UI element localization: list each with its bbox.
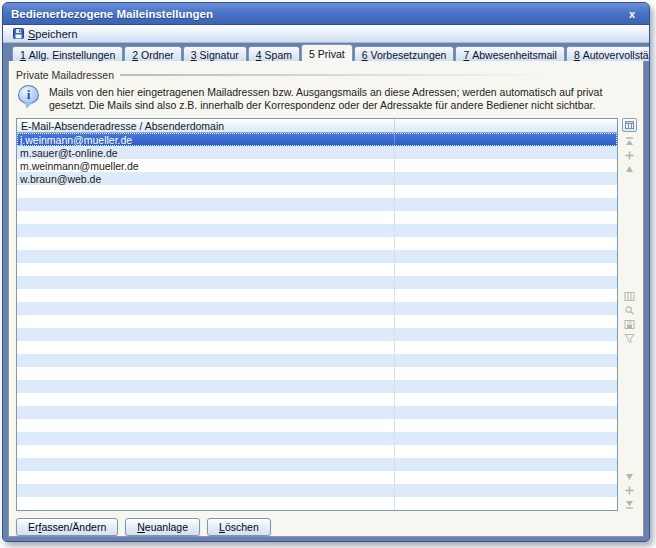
group-divider bbox=[120, 74, 550, 76]
dialog-window: Bedienerbezogene Maileinstellungen x Spe… bbox=[2, 2, 650, 542]
table-row-empty[interactable] bbox=[17, 263, 617, 276]
erfassen-aendern-button[interactable]: Erfassen/Ändern bbox=[16, 518, 118, 536]
info-line-1: Mails von den hier eingetragenen Mailadr… bbox=[49, 86, 602, 99]
scroll-down-icon[interactable] bbox=[624, 472, 635, 481]
table-header-row[interactable]: E-Mail-Absenderadresse / Absenderdomain bbox=[17, 119, 617, 133]
table-row[interactable]: w.braun@web.de bbox=[17, 172, 617, 185]
add-row-bottom-icon[interactable] bbox=[624, 486, 635, 495]
table-row-empty[interactable] bbox=[17, 432, 617, 445]
table-zone: E-Mail-Absenderadresse / Absenderdomain … bbox=[16, 118, 639, 511]
table-row-empty[interactable] bbox=[17, 211, 617, 224]
column-options-grid-icon bbox=[625, 121, 634, 129]
scroll-up-icon[interactable] bbox=[624, 165, 635, 174]
email-table: E-Mail-Absenderadresse / Absenderdomain … bbox=[16, 118, 618, 511]
filter-icon[interactable] bbox=[624, 334, 635, 343]
table-row-empty[interactable] bbox=[17, 224, 617, 237]
tab-signatur[interactable]: 3Signatur bbox=[183, 46, 247, 61]
info-line-2: gesetzt. Die Mails sind also z.B. innerh… bbox=[49, 99, 602, 112]
save-icon bbox=[13, 28, 24, 39]
table-row-empty[interactable] bbox=[17, 497, 617, 510]
search-icon[interactable] bbox=[624, 306, 635, 315]
tab-autovervollstaendigung[interactable]: 8Autovervollständigung bbox=[566, 46, 650, 61]
table-row-empty[interactable] bbox=[17, 484, 617, 497]
table-row-empty[interactable] bbox=[17, 380, 617, 393]
toolbar: Speichern bbox=[3, 25, 649, 43]
tab-bar: 1Allg. Einstellungen 2Ordner 3Signatur 4… bbox=[3, 43, 649, 61]
table-row-empty[interactable] bbox=[17, 185, 617, 198]
tab-allg-einstellungen[interactable]: 1Allg. Einstellungen bbox=[12, 46, 123, 61]
tab-vorbesetzungen[interactable]: 6Vorbesetzungen bbox=[354, 46, 455, 61]
info-section: i Mails von den hier eingetragenen Maila… bbox=[18, 85, 637, 112]
table-row-empty[interactable] bbox=[17, 458, 617, 471]
scroll-to-top-icon[interactable] bbox=[624, 137, 635, 146]
group-header: Private Mailadressen bbox=[16, 68, 637, 81]
save-button[interactable]: Speichern bbox=[9, 27, 82, 41]
table-row[interactable]: m.sauer@t-online.de bbox=[17, 146, 617, 159]
columns-grid-icon[interactable] bbox=[624, 292, 635, 301]
table-side-toolbar bbox=[618, 118, 638, 511]
table-row[interactable]: m.weinmann@mueller.de bbox=[17, 159, 617, 172]
tab-spam[interactable]: 4Spam bbox=[248, 46, 300, 61]
table-row-empty[interactable] bbox=[17, 276, 617, 289]
table-row-empty[interactable] bbox=[17, 419, 617, 432]
loeschen-button[interactable]: Löschen bbox=[207, 518, 271, 536]
column-header-empty bbox=[395, 119, 617, 132]
neuanlage-button[interactable]: Neuanlage bbox=[125, 518, 200, 536]
table-row-empty[interactable] bbox=[17, 471, 617, 484]
table-row-empty[interactable] bbox=[17, 341, 617, 354]
table-row-empty[interactable] bbox=[17, 302, 617, 315]
info-icon: i bbox=[18, 85, 40, 109]
table-row-empty[interactable] bbox=[17, 367, 617, 380]
table-row-empty[interactable] bbox=[17, 393, 617, 406]
group-title: Private Mailadressen bbox=[16, 69, 114, 81]
add-row-icon[interactable] bbox=[624, 151, 635, 160]
action-buttons: Erfassen/Ändern Neuanlage Löschen bbox=[16, 518, 637, 536]
table-row[interactable]: j.weinmann@mueller.de bbox=[17, 133, 617, 146]
tab-abwesenheitsmail[interactable]: 7Abwesenheitsmail bbox=[455, 46, 564, 61]
table-row-empty[interactable] bbox=[17, 406, 617, 419]
content-frame: Private Mailadressen i Mails von den hie… bbox=[3, 61, 649, 542]
tab-panel-privat: Private Mailadressen i Mails von den hie… bbox=[8, 61, 644, 537]
info-text: Mails von den hier eingetragenen Mailadr… bbox=[49, 85, 602, 112]
table-row-empty[interactable] bbox=[17, 328, 617, 341]
table-row-empty[interactable] bbox=[17, 445, 617, 458]
table-row-empty[interactable] bbox=[17, 315, 617, 328]
table-row-empty[interactable] bbox=[17, 198, 617, 211]
tab-ordner[interactable]: 2Ordner bbox=[124, 46, 182, 61]
tab-privat[interactable]: 5Privat bbox=[301, 44, 353, 61]
table-row-empty[interactable] bbox=[17, 289, 617, 302]
table-row-empty[interactable] bbox=[17, 354, 617, 367]
close-icon[interactable]: x bbox=[623, 8, 641, 20]
window-title: Bedienerbezogene Maileinstellungen bbox=[11, 8, 623, 20]
scroll-to-bottom-icon[interactable] bbox=[624, 500, 635, 509]
table-body: j.weinmann@mueller.de m.sauer@t-online.d… bbox=[17, 133, 617, 510]
save-list-icon[interactable] bbox=[624, 320, 635, 329]
title-bar: Bedienerbezogene Maileinstellungen x bbox=[3, 3, 649, 25]
save-label: Speichern bbox=[28, 28, 78, 40]
column-header-email[interactable]: E-Mail-Absenderadresse / Absenderdomain bbox=[17, 119, 395, 132]
table-row-empty[interactable] bbox=[17, 250, 617, 263]
column-options-button[interactable] bbox=[622, 118, 637, 132]
table-row-empty[interactable] bbox=[17, 237, 617, 250]
